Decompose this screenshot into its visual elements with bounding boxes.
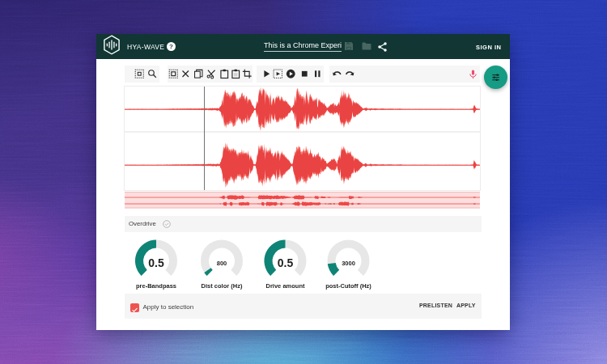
svg-text:3000: 3000 — [342, 260, 355, 267]
svg-text:pre-Bandpass: pre-Bandpass — [136, 282, 176, 290]
svg-text:0.5: 0.5 — [278, 256, 294, 269]
svg-text:Drive amount: Drive amount — [266, 282, 305, 290]
svg-text:Dist color (Hz): Dist color (Hz) — [202, 282, 243, 290]
svg-text:800: 800 — [217, 260, 227, 267]
svg-text:0.5: 0.5 — [148, 256, 164, 269]
svg-text:post-Cutoff (Hz): post-Cutoff (Hz) — [325, 282, 371, 290]
